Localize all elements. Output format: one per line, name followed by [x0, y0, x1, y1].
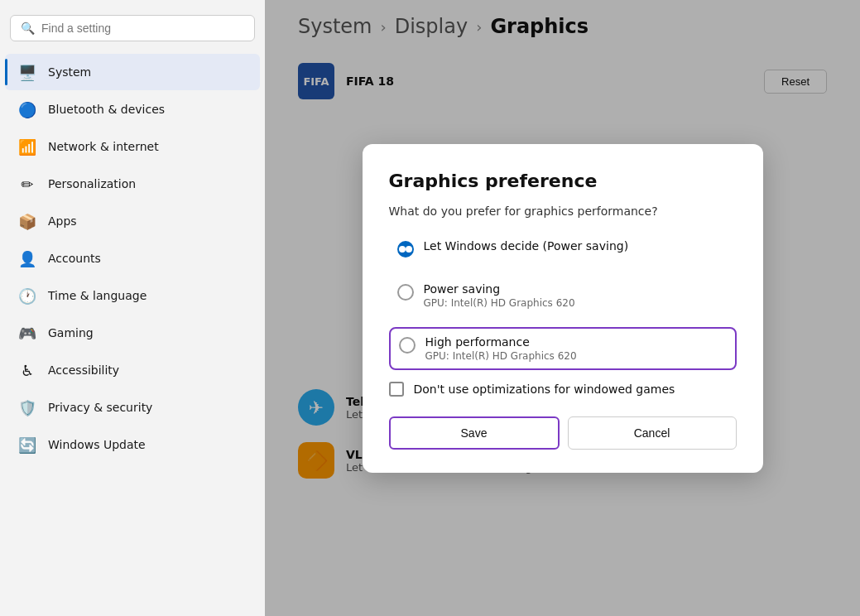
- dialog-question: What do you prefer for graphics performa…: [389, 205, 737, 218]
- sidebar-item-label-gaming: Gaming: [48, 326, 94, 339]
- bluetooth-icon: 🔵: [18, 100, 36, 118]
- apps-icon: 📦: [18, 212, 36, 230]
- sidebar-item-network[interactable]: 📶Network & internet: [5, 128, 260, 165]
- sidebar-item-privacy[interactable]: 🛡️Privacy & security: [5, 389, 260, 426]
- sidebar-item-personalization[interactable]: ✏️Personalization: [5, 166, 260, 202]
- personalization-icon: ✏️: [18, 175, 36, 193]
- sidebar-item-label-update: Windows Update: [48, 438, 146, 451]
- search-box[interactable]: 🔍: [10, 15, 255, 41]
- sidebar-item-gaming[interactable]: 🎮Gaming: [5, 315, 260, 351]
- sidebar-item-label-time: Time & language: [48, 289, 147, 302]
- checkbox-windowed-games[interactable]: [389, 382, 404, 397]
- modal-overlay: Graphics preference What do you prefer f…: [265, 0, 860, 616]
- radio-windows-decide[interactable]: [397, 241, 414, 257]
- dialog-title: Graphics preference: [389, 171, 737, 191]
- graphics-dialog: Graphics preference What do you prefer f…: [363, 144, 763, 473]
- option-power-saving-label: Power saving: [424, 282, 575, 296]
- sidebar-item-label-accessibility: Accessibility: [48, 363, 119, 377]
- sidebar-item-accounts[interactable]: 👤Accounts: [5, 240, 260, 277]
- sidebar-item-accessibility[interactable]: ♿Accessibility: [5, 352, 260, 388]
- radio-high-performance[interactable]: [399, 337, 416, 354]
- accounts-icon: 👤: [18, 249, 36, 267]
- sidebar-item-label-privacy: Privacy & security: [48, 401, 152, 414]
- cancel-button[interactable]: Cancel: [568, 416, 737, 450]
- option-high-performance-sublabel: GPU: Intel(R) HD Graphics 620: [425, 350, 577, 362]
- sidebar-item-time[interactable]: 🕐Time & language: [5, 277, 260, 314]
- search-icon: 🔍: [21, 22, 35, 35]
- time-icon: 🕐: [18, 286, 36, 305]
- save-button[interactable]: Save: [389, 416, 560, 450]
- sidebar-item-system[interactable]: 🖥️System: [5, 54, 260, 90]
- main-content: System › Display › Graphics FIFA FIFA 18…: [265, 0, 860, 616]
- system-icon: 🖥️: [18, 63, 36, 81]
- dialog-buttons: Save Cancel: [389, 416, 737, 450]
- checkbox-row[interactable]: Don't use optimizations for windowed gam…: [389, 382, 737, 397]
- network-icon: 📶: [18, 137, 36, 156]
- accessibility-icon: ♿: [18, 361, 36, 379]
- option-power-saving[interactable]: Power saving GPU: Intel(R) HD Graphics 6…: [389, 276, 737, 315]
- sidebar-item-apps[interactable]: 📦Apps: [5, 203, 260, 239]
- search-input[interactable]: [41, 22, 244, 35]
- nav-list: 🖥️System🔵Bluetooth & devices📶Network & i…: [0, 53, 265, 464]
- sidebar-item-label-bluetooth: Bluetooth & devices: [48, 103, 165, 116]
- gaming-icon: 🎮: [18, 324, 36, 342]
- sidebar-item-label-personalization: Personalization: [48, 177, 136, 190]
- radio-power-saving[interactable]: [397, 284, 414, 301]
- option-high-performance[interactable]: High performance GPU: Intel(R) HD Graphi…: [389, 327, 737, 370]
- checkbox-windowed-games-label: Don't use optimizations for windowed gam…: [414, 383, 675, 396]
- sidebar: 🔍 🖥️System🔵Bluetooth & devices📶Network &…: [0, 0, 265, 616]
- option-high-performance-label: High performance: [425, 335, 577, 349]
- sidebar-item-label-system: System: [48, 65, 91, 79]
- option-windows-decide[interactable]: Let Windows decide (Power saving): [389, 233, 737, 264]
- update-icon: 🔄: [18, 436, 36, 454]
- option-windows-decide-label: Let Windows decide (Power saving): [424, 239, 629, 253]
- sidebar-item-label-network: Network & internet: [48, 140, 159, 153]
- option-power-saving-sublabel: GPU: Intel(R) HD Graphics 620: [424, 297, 575, 309]
- sidebar-item-bluetooth[interactable]: 🔵Bluetooth & devices: [5, 91, 260, 128]
- privacy-icon: 🛡️: [18, 398, 36, 416]
- sidebar-item-label-apps: Apps: [48, 214, 77, 228]
- sidebar-item-label-accounts: Accounts: [48, 252, 101, 265]
- sidebar-item-update[interactable]: 🔄Windows Update: [5, 426, 260, 463]
